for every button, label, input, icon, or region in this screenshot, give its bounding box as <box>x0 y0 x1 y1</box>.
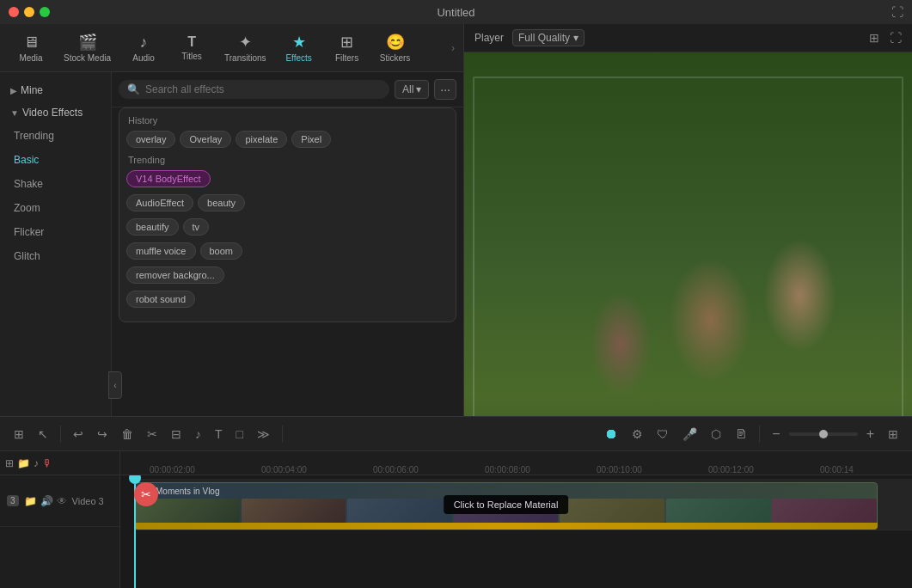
settings-icon[interactable]: ⚙ <box>627 424 648 444</box>
minimize-button[interactable] <box>24 7 34 17</box>
stock-media-icon: 🎬 <box>78 33 97 52</box>
edit-select-icon[interactable]: ⊞ <box>9 424 29 444</box>
edit-cursor-icon[interactable]: ↖ <box>33 424 53 444</box>
trending-section-title: Trending <box>126 155 449 165</box>
fullscreen-player-icon[interactable]: ⛶ <box>890 31 902 45</box>
stickers-label: Stickers <box>380 53 411 63</box>
nav-item-glitch[interactable]: Glitch <box>0 244 111 268</box>
record-icon[interactable]: ⏺ <box>599 423 623 445</box>
track-record-icon[interactable]: 🎙 <box>42 457 52 469</box>
toolbar-titles[interactable]: T Titles <box>169 31 214 64</box>
video-clip[interactable]: 🎬 Moments in Vlog <box>134 482 878 527</box>
track-controls-left: ⊞ 📁 ♪ 🎙 <box>0 451 120 475</box>
nav-mine-header[interactable]: ▶ Mine <box>0 79 111 101</box>
caption-icon[interactable]: ⬡ <box>706 424 726 444</box>
quality-value: Full Quality <box>518 32 570 44</box>
maximize-button[interactable] <box>40 7 50 17</box>
nav-item-trending[interactable]: Trending <box>0 124 111 148</box>
filmstrip-thumb-4 <box>454 499 559 523</box>
edit-split-icon[interactable]: ⊟ <box>166 424 187 444</box>
track-controls-row: ⊞ 📁 ♪ 🎙 00:00:02:00 00:00:04:00 00:00:06… <box>0 451 912 475</box>
video-track: 🎬 Moments in Vlog <box>134 479 912 530</box>
track-name: Video 3 <box>72 496 104 506</box>
edit-undo-icon[interactable]: ↩ <box>68 424 89 444</box>
titles-icon: T <box>187 34 196 50</box>
media-label: Media <box>19 53 42 63</box>
tag-muffle-voice[interactable]: muffle voice <box>126 242 196 260</box>
subtitle-icon[interactable]: 🖹 <box>730 424 752 444</box>
cut-marker[interactable]: ✂ <box>134 482 158 506</box>
titlebar-right-icons: ⛶ <box>891 5 903 19</box>
edit-redo-icon[interactable]: ↪ <box>92 424 113 444</box>
mic-icon[interactable]: 🎤 <box>677 424 702 444</box>
toolbar-transitions[interactable]: ✦ Transitions <box>217 29 273 66</box>
track-folder-icon[interactable]: 📁 <box>24 495 37 507</box>
edit-crop-icon[interactable]: □ <box>231 424 248 444</box>
nav-item-shake[interactable]: Shake <box>0 172 111 196</box>
window-title: Untitled <box>437 6 474 19</box>
edit-delete-icon[interactable]: 🗑 <box>116 424 138 444</box>
tag-beautify[interactable]: beautify <box>126 218 179 236</box>
track-settings-icon[interactable]: 📁 <box>17 457 30 469</box>
tag-pixelate[interactable]: pixelate <box>236 131 287 148</box>
filmstrip-thumb-3 <box>347 499 452 523</box>
grid-view-icon[interactable]: ⊞ <box>869 31 879 45</box>
edit-more-icon[interactable]: ≫ <box>252 424 275 444</box>
trending-tags-row2: AudioEffect beauty <box>126 194 449 211</box>
edit-text-icon[interactable]: T <box>210 424 228 444</box>
tag-audioeffect[interactable]: AudioEffect <box>126 194 193 211</box>
nav-item-zoom[interactable]: Zoom <box>0 196 111 220</box>
toolbar-stock-media[interactable]: 🎬 Stock Media <box>57 29 118 66</box>
ruler-mark-1: 00:00:02:00 <box>148 465 260 475</box>
video-effects-arrow-icon: ▼ <box>10 108 19 118</box>
track-audio-icon[interactable]: ♪ <box>34 457 39 469</box>
toolbar-stickers[interactable]: 😊 Stickers <box>373 29 418 66</box>
nav-video-effects-header[interactable]: ▼ Video Effects <box>0 101 111 124</box>
timeline-ruler: 00:00:02:00 00:00:04:00 00:00:06:00 00:0… <box>120 451 912 475</box>
ruler-mark-7: 00:00:14 <box>818 465 912 475</box>
grid-layout-icon[interactable]: ⊞ <box>883 424 903 444</box>
track-label-icons: 📁 🔊 👁 <box>24 495 67 507</box>
collapse-panel-button[interactable]: ‹ <box>108 371 122 399</box>
effects-label: Effects <box>285 53 311 63</box>
add-track-icon[interactable]: ⊞ <box>5 457 14 469</box>
all-filter-chevron-icon: ▾ <box>416 83 421 95</box>
edit-divider-2 <box>282 426 283 443</box>
toolbar-filters[interactable]: ⊞ Filters <box>325 29 370 66</box>
zoom-out-button[interactable]: − <box>767 425 785 444</box>
tag-beauty[interactable]: beauty <box>198 194 245 211</box>
track-volume-icon[interactable]: 🔊 <box>40 495 53 507</box>
nav-item-basic[interactable]: Basic <box>0 148 111 172</box>
edit-cut-icon[interactable]: ✂ <box>142 424 162 444</box>
all-filter-button[interactable]: All ▾ <box>395 80 429 99</box>
player-header: Player Full Quality ▾ ⊞ ⛶ <box>464 24 912 52</box>
toolbar-audio[interactable]: ♪ Audio <box>121 30 166 66</box>
tag-tv[interactable]: tv <box>183 218 210 236</box>
tag-overlay-lower[interactable]: overlay <box>126 131 175 148</box>
edit-toolbar-right: ⏺ ⚙ 🛡 🎤 ⬡ 🖹 − + ⊞ <box>599 423 903 445</box>
toolbar-media[interactable]: 🖥 Media <box>9 30 53 66</box>
fullscreen-icon[interactable]: ⛶ <box>891 5 903 19</box>
search-input[interactable] <box>145 83 381 95</box>
quality-chevron-icon: ▾ <box>573 32 578 44</box>
toolbar-effects[interactable]: ★ Effects <box>277 29 321 66</box>
shield-icon[interactable]: 🛡 <box>652 424 674 444</box>
nav-item-flicker[interactable]: Flicker <box>0 220 111 244</box>
edit-audio-icon[interactable]: ♪ <box>190 424 206 444</box>
tag-overlay-upper[interactable]: Overlay <box>180 131 231 148</box>
close-button[interactable] <box>9 7 19 17</box>
zoom-track[interactable] <box>789 432 858 436</box>
quality-select[interactable]: Full Quality ▾ <box>512 29 585 46</box>
more-options-button[interactable]: ··· <box>434 79 456 100</box>
tag-remover-bg[interactable]: remover backgro... <box>126 266 224 284</box>
track-visibility-icon[interactable]: 👁 <box>57 495 67 507</box>
mine-arrow-icon: ▶ <box>10 86 17 95</box>
zoom-in-button[interactable]: + <box>861 425 879 444</box>
tag-v14body[interactable]: V14 BodyEffect <box>126 170 211 187</box>
toolbar-more-chevron[interactable]: › <box>451 42 455 54</box>
tag-pixel[interactable]: Pixel <box>291 131 331 148</box>
tag-robot-sound[interactable]: robot sound <box>126 291 195 308</box>
audio-label: Audio <box>132 53 155 63</box>
tag-boom[interactable]: boom <box>200 242 243 260</box>
ruler-mark-2: 00:00:04:00 <box>260 465 371 475</box>
